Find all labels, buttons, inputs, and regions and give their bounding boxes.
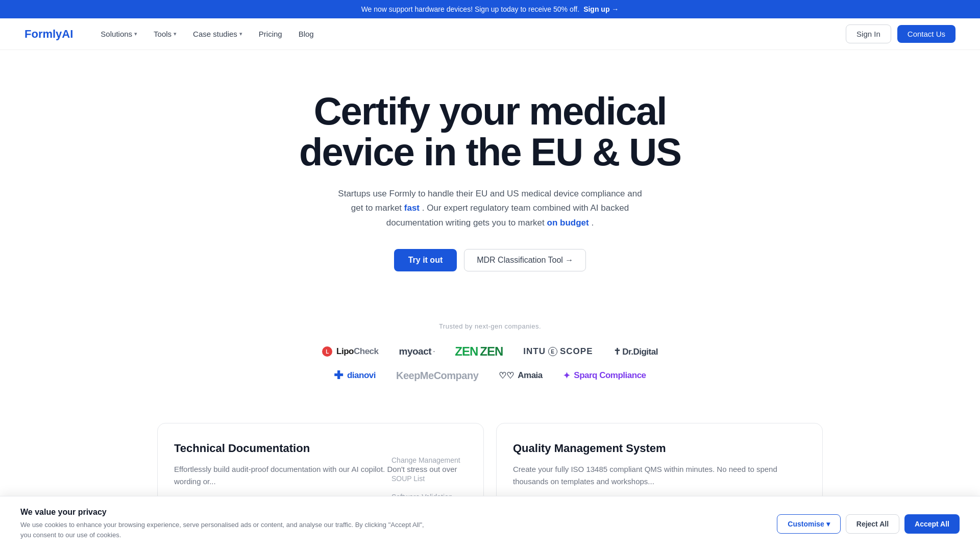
mdr-tool-button[interactable]: MDR Classification Tool → [464,249,586,271]
trusted-label: Trusted by next-gen companies. [10,322,970,330]
nav-logo[interactable]: FormlyAI [24,28,73,41]
nav-link-pricing[interactable]: Pricing [252,26,289,42]
customise-button[interactable]: Customise ▾ [777,514,840,534]
reject-all-button[interactable]: Reject All [846,514,899,534]
logos-row-2: ✚ dianovi KeepMeCompany ♡♡ Amaia ✦ Sparq… [10,369,970,382]
contact-us-button[interactable]: Contact Us [897,25,955,43]
highlight-fast: fast [404,203,420,213]
accept-all-button[interactable]: Accept All [904,514,960,534]
card-qms-title: Quality Management System [513,442,806,455]
logo-intuescope: INTUESCOPE [523,346,593,357]
chevron-down-icon: ▾ [174,31,177,37]
cookie-title: We value your privacy [20,508,429,517]
cookie-content: We value your privacy We use cookies to … [20,508,429,540]
try-it-out-button[interactable]: Try it out [394,249,457,271]
logo-sparq: ✦ Sparq Compliance [563,370,646,381]
nav-link-blog[interactable]: Blog [291,26,321,42]
logo-lipocheck: L LipoCheck [322,346,378,357]
logo-zenzen: ZENZEN [455,344,503,359]
nav-link-case-studies[interactable]: Case studies ▾ [186,26,250,42]
logos-row-1: L LipoCheck myoact· ZENZEN INTUESCOPE ✝ … [10,344,970,359]
nav-links: Solutions ▾ Tools ▾ Case studies ▾ Prici… [93,26,846,42]
navbar: FormlyAI Solutions ▾ Tools ▾ Case studie… [0,18,980,50]
hero-subtext: Startups use Formly to handle their EU a… [337,187,643,231]
hero-section: Certify your medical device in the EU & … [260,50,720,302]
side-menu-soup-list[interactable]: SOUP List [391,472,473,485]
cookie-text: We use cookies to enhance your browsing … [20,520,429,540]
cookie-buttons: Customise ▾ Reject All Accept All [777,514,960,534]
sign-in-button[interactable]: Sign In [846,24,891,43]
card-qms-description: Create your fully ISO 13485 compliant QM… [513,463,806,488]
nav-actions: Sign In Contact Us [846,24,955,43]
banner-text: We now support hardware devices! Sign up… [361,5,580,13]
logo-dianovi: ✚ dianovi [334,369,376,382]
trusted-section: Trusted by next-gen companies. L LipoChe… [0,302,980,403]
hero-headline: Certify your medical device in the EU & … [271,91,709,172]
lipocheck-icon: L [322,346,332,357]
chevron-down-icon: ▾ [134,31,137,37]
nav-link-tools[interactable]: Tools ▾ [146,26,184,42]
logo-keepme: KeepMeCompany [396,370,478,382]
logo-drdigital: ✝ Dr.Digital [614,346,658,357]
logo-myoact: myoact· [399,346,435,357]
nav-link-solutions[interactable]: Solutions ▾ [93,26,144,42]
chevron-down-icon: ▾ [239,31,242,37]
cookie-banner: We value your privacy We use cookies to … [0,496,980,545]
hero-actions: Try it out MDR Classification Tool → [271,249,709,271]
top-banner: We now support hardware devices! Sign up… [0,0,980,18]
highlight-budget: on budget [547,218,589,228]
logo-amaia: ♡♡ Amaia [499,370,543,381]
side-menu-change-management[interactable]: Change Management [391,454,473,466]
banner-cta[interactable]: Sign up → [583,5,619,13]
